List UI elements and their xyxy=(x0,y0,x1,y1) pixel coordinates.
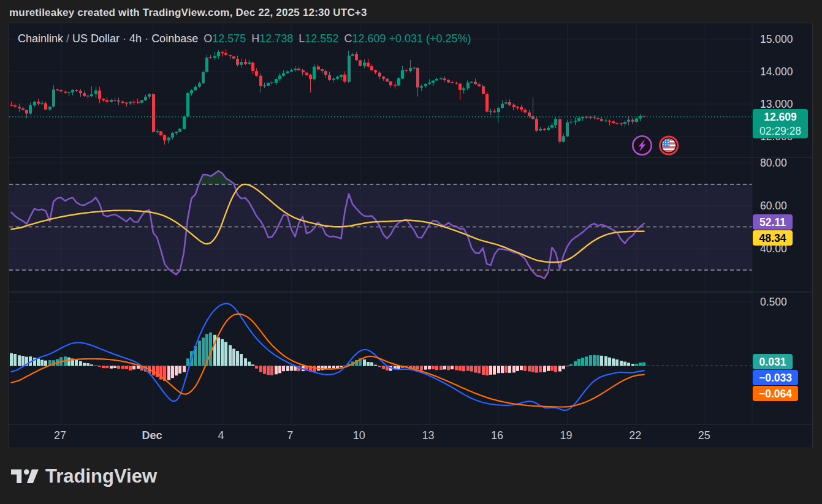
svg-text:13: 13 xyxy=(422,429,434,442)
svg-text:14.000: 14.000 xyxy=(760,66,793,78)
svg-text:15.000: 15.000 xyxy=(760,33,793,45)
svg-text:Chainlink / US Dollar · 4h · C: Chainlink / US Dollar · 4h · Coinbase O1… xyxy=(18,32,471,45)
svg-text:7: 7 xyxy=(287,429,293,442)
svg-text:−0.064: −0.064 xyxy=(759,388,792,400)
svg-text:12.609: 12.609 xyxy=(764,111,797,123)
svg-text:Dec: Dec xyxy=(142,429,162,442)
svg-text:60.00: 60.00 xyxy=(760,200,787,212)
svg-text:48.34: 48.34 xyxy=(759,232,786,244)
svg-text:4: 4 xyxy=(218,429,224,442)
svg-text:16: 16 xyxy=(491,429,503,442)
svg-text:0.500: 0.500 xyxy=(760,296,787,308)
svg-text:52.11: 52.11 xyxy=(759,216,786,228)
svg-text:−0.033: −0.033 xyxy=(759,372,792,384)
svg-text:10: 10 xyxy=(353,429,365,442)
svg-text:80.00: 80.00 xyxy=(760,157,787,169)
svg-text:13.000: 13.000 xyxy=(760,98,793,110)
svg-text:0.031: 0.031 xyxy=(759,356,786,368)
svg-text:25: 25 xyxy=(698,429,710,442)
svg-text:19: 19 xyxy=(560,429,573,442)
svg-text:27: 27 xyxy=(54,429,66,442)
svg-text:22: 22 xyxy=(629,429,641,442)
svg-text:02:29:28: 02:29:28 xyxy=(759,125,801,137)
